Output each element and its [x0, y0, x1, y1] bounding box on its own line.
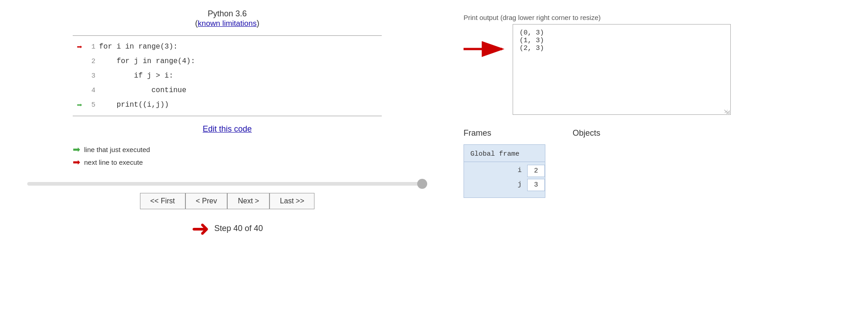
arrow-line-5: ➡ — [73, 99, 86, 111]
line-code-1: for i in range(3): — [99, 43, 178, 51]
step-arrow-icon: ➜ — [191, 216, 210, 241]
legend-green-arrow-icon: ➡ — [73, 144, 80, 155]
line-code-2: for j in range(4): — [99, 57, 195, 65]
code-line-3: 3 if j > i: — [73, 69, 382, 83]
resize-handle-icon[interactable]: ⇲ — [724, 108, 729, 113]
line-number-3: 3 — [86, 72, 99, 80]
global-frame-label: Global frame — [464, 149, 545, 162]
next-button[interactable]: Next > — [227, 193, 269, 209]
code-line-1: ➡ 1 for i in range(3): — [73, 39, 382, 54]
slider-area — [27, 182, 427, 186]
step-text: Step 40 of 40 — [214, 224, 263, 233]
print-output-label: Print output (drag lower right corner to… — [464, 14, 850, 21]
last-button[interactable]: Last >> — [269, 193, 314, 209]
frames-title: Frames — [464, 128, 491, 138]
big-red-arrow-icon — [464, 38, 509, 60]
line-code-4: continue — [99, 86, 186, 94]
line-code-5: print((i,j)) — [99, 101, 169, 109]
code-line-5: ➡ 5 print((i,j)) — [73, 98, 382, 112]
legend-red-label: next line to execute — [84, 158, 143, 166]
arrow-line-1: ➡ — [73, 41, 86, 53]
objects-section: Objects — [573, 128, 600, 198]
print-output-box: (0, 3) (1, 3) (2, 3) ⇲ — [513, 24, 731, 115]
first-button[interactable]: << First — [140, 193, 185, 209]
legend-red-arrow-icon: ➡ — [73, 157, 80, 167]
frame-var-value-i: 2 — [527, 165, 545, 177]
legend-green: ➡ line that just executed — [73, 144, 382, 155]
python-title: Python 3.6 (known limitations) — [195, 9, 259, 28]
code-area: ➡ 1 for i in range(3): 2 for j in range(… — [73, 35, 382, 116]
line-number-1: 1 — [86, 43, 99, 51]
frames-objects-area: Frames Global frame i 2 j 3 Objects — [464, 128, 850, 198]
edit-code-link[interactable]: Edit this code — [203, 124, 252, 134]
frame-var-j: j 3 — [464, 179, 545, 191]
legend-red: ➡ next line to execute — [73, 157, 382, 167]
frame-var-name-i: i — [464, 165, 527, 177]
line-number-5: 5 — [86, 101, 99, 109]
line-code-3: if j > i: — [99, 72, 173, 80]
green-arrow-icon: ➡ — [77, 99, 82, 111]
known-limitations-link[interactable]: known limitations — [198, 19, 256, 28]
code-line-4: 4 continue — [73, 83, 382, 98]
navigation-area: << First < Prev Next > Last >> ➜ Step 40… — [27, 193, 427, 241]
step-info-container: ➜ Step 40 of 40 — [191, 216, 263, 241]
frame-var-value-j: 3 — [527, 179, 545, 191]
print-output-container: (0, 3) (1, 3) (2, 3) ⇲ — [513, 24, 731, 115]
legend-area: ➡ line that just executed ➡ next line to… — [73, 144, 382, 169]
legend-green-label: line that just executed — [84, 146, 150, 153]
line-number-2: 2 — [86, 58, 99, 65]
objects-title: Objects — [573, 128, 600, 138]
frame-var-i: i 2 — [464, 165, 545, 177]
right-panel: Print output (drag lower right corner to… — [436, 9, 850, 306]
frame-var-name-j: j — [464, 179, 527, 191]
global-frame-box: Global frame i 2 j 3 — [464, 144, 545, 198]
version-text: Python 3.6 — [208, 9, 247, 18]
nav-buttons-row: << First < Prev Next > Last >> — [140, 193, 315, 209]
code-line-2: 2 for j in range(4): — [73, 54, 382, 69]
frames-section: Frames Global frame i 2 j 3 — [464, 128, 545, 198]
print-output-content: (0, 3) (1, 3) (2, 3) — [519, 29, 544, 52]
slider-thumb[interactable] — [417, 179, 427, 189]
prev-button[interactable]: < Prev — [185, 193, 228, 209]
slider-track[interactable] — [27, 182, 427, 186]
red-arrow-icon: ➡ — [77, 41, 82, 53]
line-number-4: 4 — [86, 87, 99, 94]
